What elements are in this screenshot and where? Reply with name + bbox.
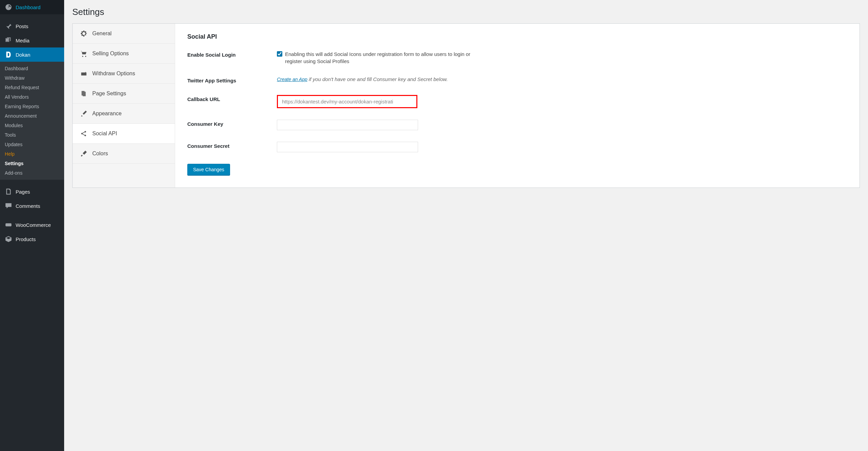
enable-social-checkbox[interactable] [277, 51, 282, 57]
tab-general[interactable]: General [73, 24, 175, 44]
tab-label: Appearance [92, 111, 121, 117]
brush-icon [80, 110, 88, 117]
field-callback-url: Callback URL [187, 95, 847, 108]
submenu-item-addons[interactable]: Add-ons [0, 168, 64, 178]
withdraw-icon [80, 70, 88, 77]
dokan-logo-icon [5, 51, 12, 58]
sidebar-item-dashboard[interactable]: Dashboard [0, 0, 64, 14]
admin-sidebar: Dashboard Posts Media Dokan Dashboard Wi… [0, 0, 64, 451]
sidebar-item-label: Media [16, 38, 30, 43]
sidebar-item-woocommerce[interactable]: WooCommerce [0, 218, 64, 232]
pin-icon [5, 22, 12, 30]
sidebar-item-label: Products [16, 236, 36, 242]
create-app-link[interactable]: Create an App [277, 77, 307, 82]
field-enable-social: Enable Social Login Enabling this will a… [187, 51, 847, 65]
sidebar-item-label: Dashboard [16, 4, 40, 10]
submenu-item-announcement[interactable]: Announcement [0, 111, 64, 121]
svg-point-0 [6, 39, 7, 40]
tab-label: Withdraw Options [92, 71, 135, 77]
field-label: Twitter App Settings [187, 76, 277, 83]
sidebar-item-products[interactable]: Products [0, 232, 64, 246]
tab-label: Page Settings [92, 91, 126, 97]
tab-label: General [92, 31, 112, 37]
sidebar-item-label: WooCommerce [16, 222, 51, 228]
submenu-item-tools[interactable]: Tools [0, 130, 64, 140]
field-label: Enable Social Login [187, 51, 277, 58]
submenu-item-settings[interactable]: Settings [0, 159, 64, 168]
field-consumer-secret: Consumer Secret [187, 142, 847, 152]
enable-social-description: Enabling this will add Social Icons unde… [285, 51, 489, 65]
panel-title: Social API [187, 33, 847, 40]
settings-tabs: General Selling Options Withdraw Options… [73, 24, 175, 188]
sidebar-item-label: Comments [16, 203, 40, 209]
field-twitter-settings: Twitter App Settings Create an App if yo… [187, 76, 847, 83]
paintbrush-icon [80, 150, 88, 157]
cart-icon [80, 50, 88, 57]
field-label: Consumer Key [187, 120, 277, 127]
tab-withdraw[interactable]: Withdraw Options [73, 64, 175, 84]
submenu-item-modules[interactable]: Modules [0, 121, 64, 130]
sidebar-item-label: Posts [16, 23, 29, 29]
sidebar-item-media[interactable]: Media [0, 33, 64, 47]
consumer-secret-input[interactable] [277, 142, 418, 152]
share-icon [80, 130, 88, 137]
comment-icon [5, 202, 12, 210]
callback-url-input[interactable] [279, 97, 416, 106]
sidebar-item-pages[interactable]: Pages [0, 184, 64, 199]
submenu-item-withdraw[interactable]: Withdraw [0, 73, 64, 83]
settings-container: General Selling Options Withdraw Options… [72, 23, 860, 188]
sidebar-item-label: Pages [16, 189, 30, 195]
tab-social[interactable]: Social API [73, 124, 175, 144]
field-label: Callback URL [187, 95, 277, 102]
media-icon [5, 37, 12, 44]
submenu-item-refund[interactable]: Refund Request [0, 83, 64, 92]
page-icon [5, 188, 12, 195]
sidebar-item-posts[interactable]: Posts [0, 19, 64, 33]
page-title: Settings [72, 7, 860, 17]
consumer-key-input[interactable] [277, 120, 418, 130]
sidebar-item-comments[interactable]: Comments [0, 199, 64, 213]
tab-selling[interactable]: Selling Options [73, 44, 175, 64]
submenu-item-earning[interactable]: Earning Reports [0, 102, 64, 111]
gauge-icon [5, 3, 12, 11]
gear-icon [80, 30, 88, 37]
tab-colors[interactable]: Colors [73, 144, 175, 164]
twitter-hint: if you don't have one and fill Consumer … [307, 76, 448, 82]
submenu-item-dashboard[interactable]: Dashboard [0, 64, 64, 73]
woocommerce-icon [5, 221, 12, 229]
save-changes-button[interactable]: Save Changes [187, 164, 230, 175]
sidebar-item-label: Dokan [16, 52, 30, 58]
dokan-submenu: Dashboard Withdraw Refund Request All Ve… [0, 62, 64, 180]
callback-highlight [277, 95, 417, 108]
submenu-item-updates[interactable]: Updates [0, 140, 64, 149]
pages-icon [80, 90, 88, 97]
tab-label: Selling Options [92, 51, 129, 57]
submenu-item-vendors[interactable]: All Vendors [0, 92, 64, 102]
sidebar-item-dokan[interactable]: Dokan [0, 47, 64, 62]
submenu-item-help[interactable]: Help [0, 149, 64, 159]
tab-appearance[interactable]: Appearance [73, 104, 175, 124]
enable-social-checkbox-label[interactable]: Enabling this will add Social Icons unde… [277, 51, 847, 65]
tab-page[interactable]: Page Settings [73, 84, 175, 104]
settings-panel: Social API Enable Social Login Enabling … [175, 24, 860, 188]
tab-label: Social API [92, 131, 117, 137]
svg-rect-1 [5, 223, 12, 227]
main-content: Settings General Selling Options Withdra… [64, 0, 868, 451]
box-icon [5, 235, 12, 243]
tab-label: Colors [92, 151, 108, 157]
svg-point-3 [84, 131, 86, 132]
field-label: Consumer Secret [187, 142, 277, 149]
svg-point-4 [84, 135, 86, 136]
field-consumer-key: Consumer Key [187, 120, 847, 130]
